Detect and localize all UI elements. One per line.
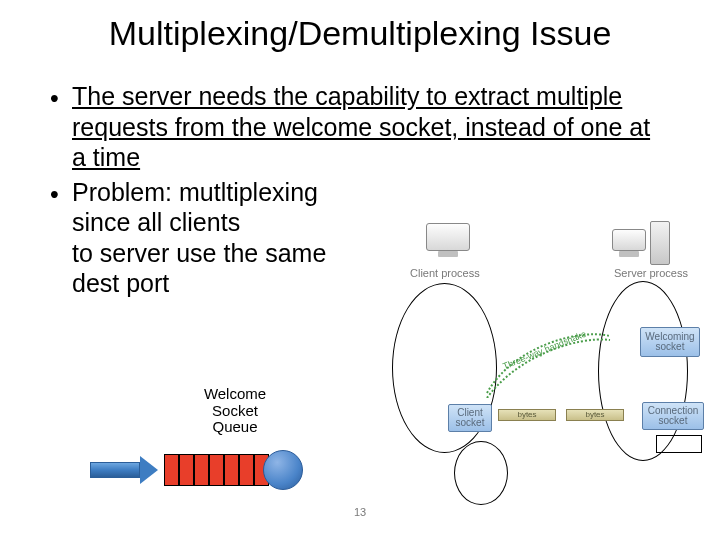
bullet-1: • The server needs the capability to ext… bbox=[50, 81, 670, 173]
client-socket-box: Client socket bbox=[448, 404, 492, 432]
bullet-dot-icon: • bbox=[50, 81, 72, 114]
bullet-2-line-4: dest port bbox=[72, 269, 169, 297]
lower-ellipse bbox=[454, 441, 508, 505]
page-number: 13 bbox=[0, 506, 720, 518]
handshake-path-icon bbox=[482, 318, 612, 398]
bullet-2-line-3: to server use the same bbox=[72, 239, 326, 267]
connection-socket-box: Connection socket bbox=[642, 402, 704, 430]
server-process-label: Server process bbox=[614, 267, 688, 279]
bullet-2-line-2: since all clients bbox=[72, 208, 240, 236]
slide-title: Multiplexing/Demultiplexing Issue bbox=[0, 0, 720, 53]
client-process-label: Client process bbox=[410, 267, 480, 279]
arrow-in-icon bbox=[90, 456, 158, 484]
client-computer-icon bbox=[422, 223, 474, 265]
queue-label-l1: Welcome bbox=[204, 385, 266, 402]
server-computer-icon bbox=[618, 223, 670, 265]
queue-output-icon bbox=[263, 450, 303, 490]
bytes-label-2: bytes bbox=[566, 409, 624, 421]
outline-rect bbox=[656, 435, 702, 453]
client-server-diagram: Client process Server process Welcoming … bbox=[390, 223, 700, 508]
bytes-label-1: bytes bbox=[498, 409, 556, 421]
queue-label-l3: Queue bbox=[212, 418, 257, 435]
bullet-dot-icon: • bbox=[50, 177, 72, 210]
queue-label: Welcome Socket Queue bbox=[190, 386, 280, 436]
bullet-2-line-1: Problem: mutltiplexing bbox=[72, 178, 318, 206]
queue-cells bbox=[164, 454, 269, 486]
bullet-1-text: The server needs the capability to extra… bbox=[72, 81, 670, 173]
queue-diagram bbox=[90, 450, 303, 490]
queue-label-l2: Socket bbox=[212, 402, 258, 419]
welcoming-socket-box: Welcoming socket bbox=[640, 327, 700, 357]
